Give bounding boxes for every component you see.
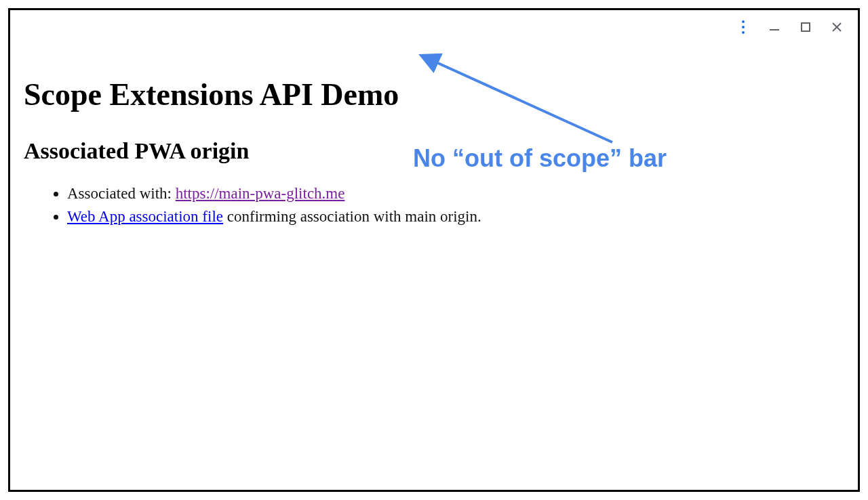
annotation-label: No “out of scope” bar [413, 144, 667, 173]
window-titlebar [10, 10, 858, 44]
list-item-prefix: Associated with: [67, 185, 176, 202]
list-item-suffix: confirming association with main origin. [223, 208, 481, 225]
association-file-link[interactable]: Web App association file [67, 208, 223, 225]
app-window: Scope Extensions API Demo Associated PWA… [8, 8, 860, 492]
svg-rect-1 [802, 23, 810, 31]
minimize-button[interactable] [767, 20, 782, 35]
page-title: Scope Extensions API Demo [24, 77, 844, 112]
kebab-menu-icon[interactable] [736, 20, 751, 35]
maximize-button[interactable] [798, 20, 813, 35]
list-item: Web App association file confirming asso… [67, 206, 844, 228]
list-item: Associated with: https://main-pwa-glitch… [67, 183, 844, 205]
close-button[interactable] [829, 20, 844, 35]
associated-origin-link[interactable]: https://main-pwa-glitch.me [176, 185, 345, 202]
association-list: Associated with: https://main-pwa-glitch… [24, 183, 844, 228]
